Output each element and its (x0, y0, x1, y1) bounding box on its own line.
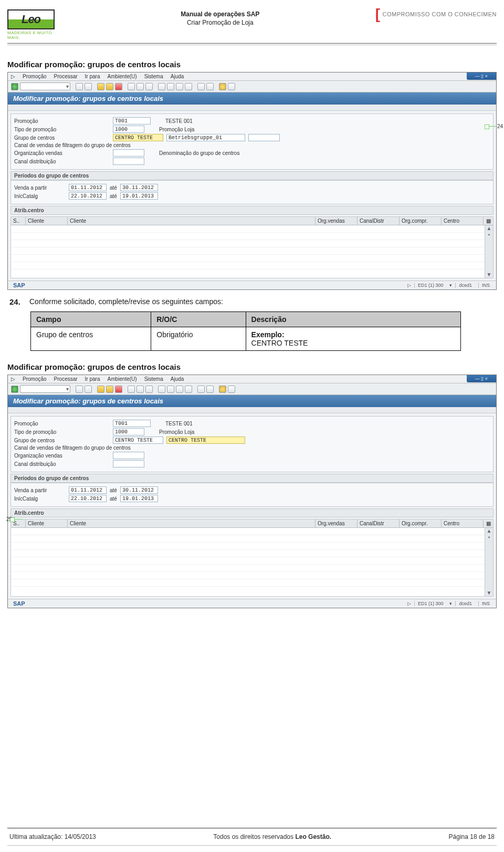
last-icon[interactable] (185, 386, 192, 393)
findnext-icon[interactable] (145, 83, 153, 90)
grupo-field[interactable]: CENTRO TESTE (113, 437, 163, 444)
periodos-header: Períodos do grupo de centros (10, 171, 494, 180)
menu-irpara[interactable]: Ir para (85, 74, 100, 79)
grid-col-org[interactable]: Org.vendas (316, 217, 358, 225)
status-triangle-icon[interactable]: ▷ (407, 283, 411, 288)
save-icon[interactable] (85, 83, 92, 90)
menu-irpara[interactable]: Ir para (85, 376, 100, 382)
catlg-de-field[interactable]: 22.10.2012 (69, 495, 107, 502)
menu-processar[interactable]: Processar (54, 74, 78, 79)
menu-sistema[interactable]: Sistema (144, 74, 163, 79)
nav-back-icon[interactable] (97, 386, 104, 393)
findnext-icon[interactable] (145, 386, 153, 393)
dist-field[interactable] (113, 460, 144, 467)
bracket-icon: [ (375, 9, 381, 19)
ok-icon[interactable] (11, 83, 18, 90)
promo-field[interactable]: T001 (113, 420, 151, 427)
grid-col-canal[interactable]: CanalDistr (358, 217, 400, 225)
grid-scrollbar[interactable]: ▲▪▼ (485, 225, 493, 278)
print-icon[interactable] (128, 386, 135, 393)
grid-scrollbar[interactable]: ▲▪▼ (485, 528, 493, 596)
back-icon[interactable] (76, 83, 83, 90)
org-field[interactable] (113, 149, 144, 157)
status-triangle-icon[interactable]: ▷ (407, 601, 411, 606)
dist-field[interactable] (113, 158, 144, 165)
next-icon[interactable] (176, 386, 183, 393)
tipo-field[interactable]: 1000 (113, 126, 144, 133)
newsession-icon[interactable] (197, 83, 205, 90)
grupo-desc-field[interactable]: CENTRO TESTE (166, 437, 245, 444)
tipo-field[interactable]: 1000 (113, 428, 144, 435)
grid-col-org[interactable]: Org.vendas (316, 519, 358, 527)
last-icon[interactable] (185, 83, 192, 90)
periodos-block: Venda a partir 01.11.2012 até 30.11.2012… (10, 483, 494, 507)
next-icon[interactable] (176, 83, 183, 90)
grupo-desc-field[interactable]: Betriebsgruppe_01 (166, 134, 245, 141)
menu-processar[interactable]: Processar (54, 376, 78, 382)
help-icon[interactable] (219, 83, 226, 90)
grid-col-orgcomp[interactable]: Org.compr. (400, 217, 442, 225)
grid-col-cliente2[interactable]: Cliente (68, 217, 316, 225)
find-icon[interactable] (136, 83, 144, 90)
first-icon[interactable] (158, 83, 165, 90)
layout-icon[interactable] (206, 386, 214, 393)
td-campo: Grupo de centros (31, 327, 151, 351)
first-icon[interactable] (158, 386, 165, 393)
nav-cancel-icon[interactable] (115, 386, 122, 393)
command-field[interactable]: ▾ (20, 82, 70, 90)
grid-col-centro[interactable]: Centro (442, 519, 484, 527)
window-controls[interactable]: — ▯ × (467, 72, 496, 80)
menu-ajuda[interactable]: Ajuda (171, 376, 184, 382)
back-icon[interactable] (76, 386, 83, 393)
status-system: ED1 (1) 300 (414, 601, 447, 606)
catlg-ate-field[interactable]: 19.01.2013 (120, 495, 158, 502)
grid-col-centro[interactable]: Centro (442, 217, 484, 225)
footer-left: Ultima atualização: 14/05/2013 (9, 833, 96, 840)
grupo-lookup-field[interactable] (248, 134, 280, 141)
catlg-ate-field[interactable]: 19.01.2013 (120, 192, 158, 200)
grupo-field[interactable]: CENTRO TESTE (113, 134, 163, 141)
menu-promocao[interactable]: Promoção (23, 376, 47, 382)
menu-promocao[interactable]: Promoção (23, 74, 47, 79)
grid-col-cliente1[interactable]: Cliente (26, 217, 68, 225)
newsession-icon[interactable] (197, 386, 205, 393)
venda-de-field[interactable]: 01.11.2012 (69, 486, 107, 494)
venda-de-field[interactable]: 01.11.2012 (69, 184, 107, 191)
grid-col-cliente2[interactable]: Cliente (68, 519, 316, 527)
menu-ajuda[interactable]: Ajuda (171, 74, 184, 79)
menu-ambiente[interactable]: Ambiente(U) (108, 376, 137, 382)
nav-cancel-icon[interactable] (115, 83, 122, 90)
command-field[interactable]: ▾ (20, 385, 70, 393)
venda-ate-field[interactable]: 30.11.2012 (120, 184, 158, 191)
ok-icon[interactable] (11, 386, 18, 393)
grid-col-cliente1[interactable]: Cliente (26, 519, 68, 527)
menu-sistema[interactable]: Sistema (144, 376, 163, 382)
help-icon[interactable] (219, 386, 226, 393)
org-field[interactable] (113, 452, 144, 459)
nav-exit-icon[interactable] (106, 83, 113, 90)
grid-col-canal[interactable]: CanalDistr (358, 519, 400, 527)
grid-body[interactable]: ▲▪▼ (11, 528, 493, 596)
grid-config-icon[interactable]: ▦ (484, 519, 493, 527)
find-icon[interactable] (136, 386, 144, 393)
grid-col-orgcomp[interactable]: Org.compr. (400, 519, 442, 527)
prev-icon[interactable] (167, 386, 174, 393)
venda-ate-field[interactable]: 30.11.2012 (120, 486, 158, 494)
save-icon[interactable] (85, 386, 92, 393)
settings-icon[interactable] (228, 83, 235, 90)
menu-ambiente[interactable]: Ambiente(U) (108, 74, 137, 79)
prev-icon[interactable] (167, 83, 174, 90)
print-icon[interactable] (128, 83, 135, 90)
grid-col-s[interactable]: S.. (11, 217, 26, 225)
grid-config-icon[interactable]: ▦ (484, 217, 493, 225)
footer-right: Página 18 de 18 (449, 833, 495, 840)
settings-icon[interactable] (228, 386, 235, 393)
window-controls[interactable]: — ▯ × (467, 375, 496, 382)
grid-body[interactable]: ▲▪▼ (11, 225, 493, 278)
layout-icon[interactable] (206, 83, 214, 90)
promo-field[interactable]: T001 (113, 117, 151, 124)
grid-col-s[interactable]: S.. (11, 519, 26, 527)
nav-exit-icon[interactable] (106, 386, 113, 393)
catlg-de-field[interactable]: 22.10.2012 (69, 192, 107, 200)
nav-back-icon[interactable] (97, 83, 104, 90)
